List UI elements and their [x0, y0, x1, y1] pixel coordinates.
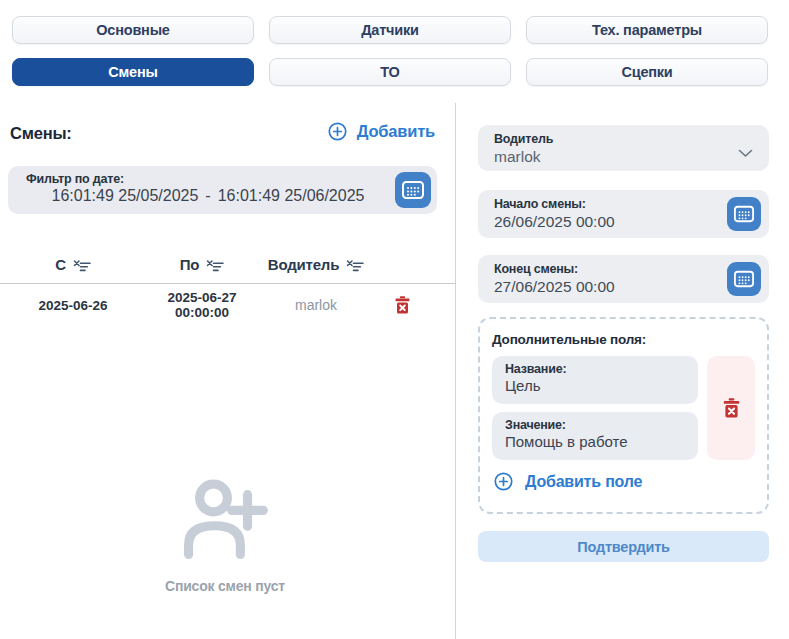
date-filter-from: 16:01:49 25/05/2025	[52, 187, 199, 204]
add-shift-button[interactable]: Добавить	[328, 122, 435, 141]
shift-end-field: Конец смены: 27/06/2025 00:00	[478, 255, 769, 303]
plus-circle-icon	[494, 472, 513, 491]
tab-shifts[interactable]: Смены	[12, 58, 254, 86]
driver-label: Водитель	[494, 132, 753, 146]
plus-circle-icon	[328, 122, 347, 141]
add-extra-field-button[interactable]: Добавить поле	[492, 472, 642, 491]
date-filter-to: 16:01:49 25/06/2025	[218, 187, 365, 204]
confirm-button[interactable]: Подтвердить	[478, 531, 769, 562]
shift-start-value: 26/06/2025 00:00	[494, 213, 753, 231]
row-to: 2025-06-27 00:00:00	[146, 290, 258, 320]
field-value-label: Значение:	[505, 418, 685, 432]
tab-maintenance[interactable]: ТО	[269, 58, 511, 86]
tab-tech-params[interactable]: Тех. параметры	[526, 16, 768, 44]
column-from: С	[0, 256, 146, 273]
shifts-title: Смены:	[10, 124, 72, 143]
sort-clear-icon-to[interactable]	[206, 259, 224, 273]
settings-tab-bar: Основные Датчики Тех. параметры Смены ТО…	[12, 16, 768, 86]
shift-end-value: 27/06/2025 00:00	[494, 278, 753, 296]
row-from: 2025-06-26	[0, 298, 146, 313]
sort-clear-icon-driver[interactable]	[346, 259, 364, 273]
sort-clear-icon-from[interactable]	[73, 259, 91, 273]
column-driver-label: Водитель	[268, 256, 339, 273]
column-to-label: По	[180, 256, 200, 273]
shift-edit-panel: Водитель marlok Начало смены: 26/06/2025…	[456, 100, 789, 639]
driver-select[interactable]: Водитель marlok	[478, 125, 769, 171]
tab-sensors[interactable]: Датчики	[269, 16, 511, 44]
empty-shifts-text: Список смен пуст	[0, 578, 450, 594]
empty-shifts-person-plus-icon	[177, 474, 273, 570]
field-value-value: Помощь в работе	[505, 433, 685, 450]
driver-value: marlok	[494, 148, 753, 166]
trash-x-icon	[723, 398, 740, 418]
date-filter: Фильтр по дате: 16:01:49 25/05/2025-16:0…	[8, 166, 437, 214]
field-name-input[interactable]: Название: Цель	[492, 356, 698, 404]
shift-table-row[interactable]: 2025-06-26 2025-06-27 00:00:00 marlok	[0, 290, 456, 320]
tab-couplings[interactable]: Сцепки	[526, 58, 768, 86]
field-name-value: Цель	[505, 377, 685, 394]
column-driver: Водитель	[258, 256, 374, 273]
calendar-icon	[401, 179, 425, 201]
delete-extra-field-button[interactable]	[707, 356, 755, 460]
tab-main[interactable]: Основные	[12, 16, 254, 44]
field-name-label: Название:	[505, 362, 685, 376]
additional-fields-section: Дополнительные поля: Название: Цель Знач…	[478, 317, 769, 514]
shift-end-calendar-button[interactable]	[727, 262, 761, 296]
date-filter-label: Фильтр по дате:	[26, 172, 124, 186]
shifts-list-panel: Смены: Добавить Фильтр по дате: 16:01:49…	[0, 100, 456, 639]
column-from-label: С	[55, 256, 66, 273]
chevron-down-icon	[738, 144, 753, 162]
add-shift-label: Добавить	[357, 122, 435, 141]
shift-end-label: Конец смены:	[494, 262, 753, 276]
row-driver: marlok	[258, 297, 374, 313]
field-value-input[interactable]: Значение: Помощь в работе	[492, 412, 698, 460]
delete-shift-button[interactable]	[374, 296, 430, 314]
additional-fields-title: Дополнительные поля:	[492, 332, 755, 347]
calendar-icon	[733, 269, 755, 289]
date-filter-dash: -	[205, 187, 210, 204]
shift-start-field: Начало смены: 26/06/2025 00:00	[478, 190, 769, 238]
shift-start-label: Начало смены:	[494, 197, 753, 211]
date-filter-calendar-button[interactable]	[395, 172, 431, 208]
date-filter-range: 16:01:49 25/05/2025-16:01:49 25/06/2025	[28, 187, 388, 205]
column-to: По	[146, 256, 258, 273]
trash-x-icon	[395, 296, 410, 314]
calendar-icon	[733, 204, 755, 224]
shift-start-calendar-button[interactable]	[727, 197, 761, 231]
table-header-divider	[0, 283, 456, 284]
add-extra-field-label: Добавить поле	[525, 473, 642, 491]
shift-table-header: С По Водитель	[0, 246, 456, 282]
